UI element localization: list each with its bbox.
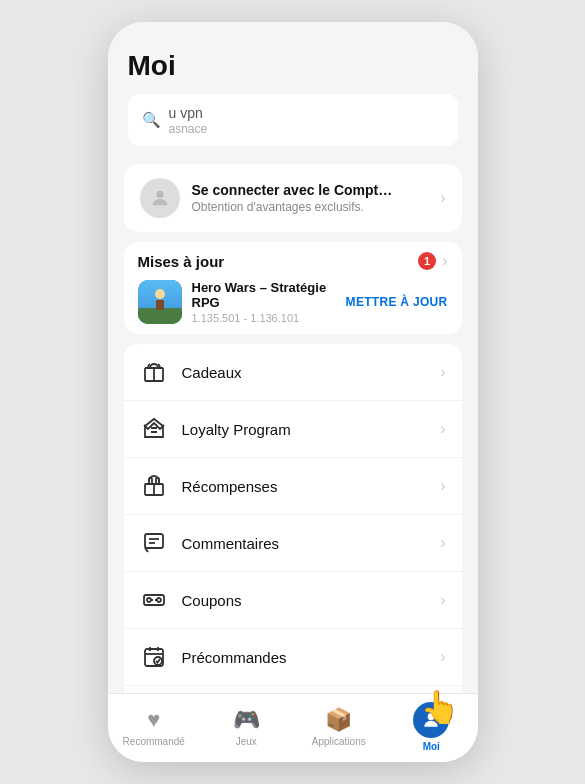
nav-label-me: Moi — [423, 741, 440, 752]
connect-subtitle: Obtention d'avantages exclusifs. — [192, 200, 429, 214]
nav-label-games: Jeux — [236, 736, 257, 747]
loyalty-icon — [140, 415, 168, 443]
updates-header: Mises à jour 1 › — [138, 252, 448, 270]
comments-icon — [140, 529, 168, 557]
games-icon: 🎮 — [233, 707, 260, 733]
svg-point-11 — [147, 598, 151, 602]
rewards-icon — [140, 472, 168, 500]
comments-chevron-icon: › — [440, 534, 445, 552]
preorders-chevron-icon: › — [440, 648, 445, 666]
preorders-icon — [140, 643, 168, 671]
page-title: Moi — [128, 50, 458, 82]
screen: Moi 🔍 u vpn asnace — [108, 22, 478, 762]
avatar — [140, 178, 180, 218]
menu-label-coupons: Coupons — [182, 592, 427, 609]
svg-rect-8 — [156, 478, 159, 484]
svg-rect-2 — [138, 308, 182, 324]
menu-label-preorders: Précommandes — [182, 649, 427, 666]
nav-item-recommended[interactable]: ♥ Recommandé — [108, 707, 201, 747]
app-icon — [138, 280, 182, 324]
svg-rect-9 — [145, 534, 163, 548]
me-avatar — [413, 702, 449, 738]
menu-list: Cadeaux › Loyal — [124, 344, 462, 693]
nav-label-apps: Applications — [312, 736, 366, 747]
scroll-content[interactable]: Moi 🔍 u vpn asnace — [108, 22, 478, 693]
gifts-icon — [140, 358, 168, 386]
menu-item-rewards[interactable]: Récompenses › — [124, 458, 462, 515]
svg-point-15 — [428, 713, 435, 720]
connect-title: Se connecter avec le Compt… — [192, 182, 429, 198]
header: Moi 🔍 u vpn asnace — [108, 22, 478, 154]
menu-label-comments: Commentaires — [182, 535, 427, 552]
menu-item-coupons[interactable]: Coupons › — [124, 572, 462, 629]
coupons-icon — [140, 586, 168, 614]
updates-right: 1 › — [418, 252, 447, 270]
updates-section: Mises à jour 1 › — [124, 242, 462, 334]
menu-label-rewards: Récompenses — [182, 478, 427, 495]
menu-label-gifts: Cadeaux — [182, 364, 427, 381]
bottom-nav: ♥ Recommandé 🎮 Jeux 📦 Applications Moi — [108, 693, 478, 762]
connect-chevron-icon: › — [440, 189, 445, 207]
updates-title: Mises à jour — [138, 253, 225, 270]
menu-item-loyalty[interactable]: Loyalty Program › — [124, 401, 462, 458]
loyalty-chevron-icon: › — [440, 420, 445, 438]
nav-label-recommended: Recommandé — [123, 736, 185, 747]
svg-rect-7 — [149, 478, 152, 484]
app-info: Hero Wars – Stratégie RPG 1.135.501 - 1.… — [192, 280, 336, 324]
search-bar[interactable]: 🔍 u vpn asnace — [128, 94, 458, 146]
connect-card[interactable]: Se connecter avec le Compt… Obtention d'… — [124, 164, 462, 232]
svg-point-3 — [155, 289, 165, 299]
menu-item-comments[interactable]: Commentaires › — [124, 515, 462, 572]
updates-chevron-icon: › — [442, 252, 447, 270]
recommended-icon: ♥ — [147, 707, 160, 733]
menu-item-preorders[interactable]: Précommandes › — [124, 629, 462, 686]
update-button[interactable]: METTRE À JOUR — [346, 295, 448, 309]
svg-rect-4 — [156, 300, 164, 310]
coupons-chevron-icon: › — [440, 591, 445, 609]
connect-info: Se connecter avec le Compt… Obtention d'… — [192, 182, 429, 214]
apps-icon: 📦 — [325, 707, 352, 733]
updates-badge: 1 — [418, 252, 436, 270]
rewards-chevron-icon: › — [440, 477, 445, 495]
app-update-row: Hero Wars – Stratégie RPG 1.135.501 - 1.… — [138, 280, 448, 324]
svg-point-12 — [157, 598, 161, 602]
search-subtext: asnace — [169, 122, 208, 136]
search-icon: 🔍 — [142, 111, 161, 129]
gifts-chevron-icon: › — [440, 363, 445, 381]
app-version: 1.135.501 - 1.136.101 — [192, 312, 336, 324]
menu-item-wishlist[interactable]: Liste de souhaits › — [124, 686, 462, 693]
search-query: u vpn — [169, 104, 208, 122]
phone-frame: Moi 🔍 u vpn asnace — [108, 22, 478, 762]
menu-item-gifts[interactable]: Cadeaux › — [124, 344, 462, 401]
nav-item-apps[interactable]: 📦 Applications — [293, 707, 386, 747]
svg-point-0 — [156, 191, 163, 198]
nav-item-me[interactable]: Moi — [385, 702, 478, 752]
nav-item-games[interactable]: 🎮 Jeux — [200, 707, 293, 747]
search-text-block: u vpn asnace — [169, 104, 208, 136]
menu-label-loyalty: Loyalty Program — [182, 421, 427, 438]
app-name: Hero Wars – Stratégie RPG — [192, 280, 336, 310]
